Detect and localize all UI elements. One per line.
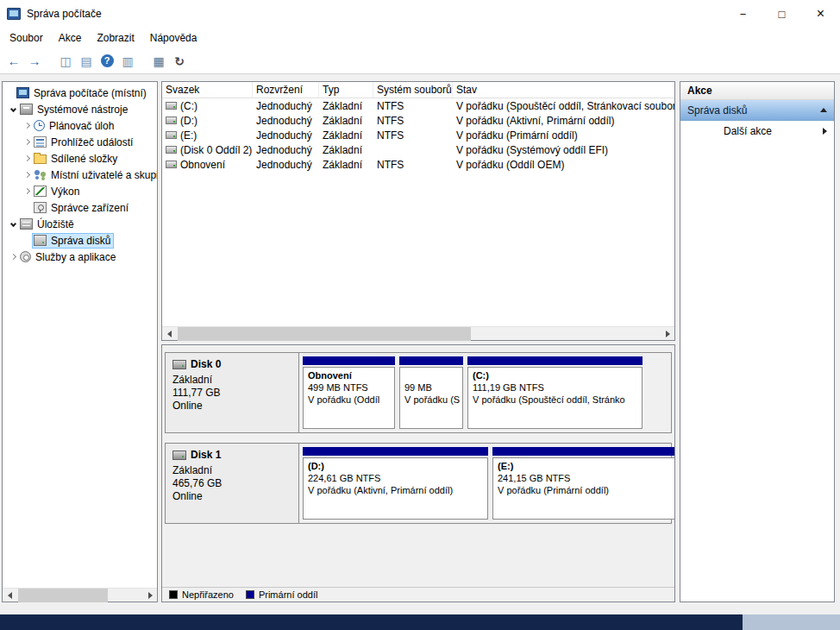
- volume-row[interactable]: (E:) Jednoduchý Základní NTFS V pořádku …: [162, 128, 674, 142]
- toolbar-icon: [122, 55, 133, 67]
- tree-item[interactable]: Úložiště: [3, 216, 157, 232]
- disk-info-box[interactable]: Disk 1 Základní 465,76 GB Online: [166, 444, 299, 523]
- properties-button[interactable]: [148, 51, 169, 72]
- menu-item[interactable]: Akce: [51, 28, 90, 47]
- actions-section-label: Správa disků: [687, 104, 747, 117]
- volume-row[interactable]: Obnovení Jednoduchý Základní NTFS V pořá…: [162, 157, 674, 172]
- tree-item[interactable]: Služby a aplikace: [3, 249, 157, 265]
- partition[interactable]: 99 MB V pořádku (S: [399, 356, 463, 429]
- forward-button[interactable]: [24, 51, 45, 72]
- scroll-left-button[interactable]: [3, 589, 16, 602]
- tree-item[interactable]: Systémové nástroje: [3, 101, 157, 117]
- refresh-button[interactable]: [169, 51, 190, 72]
- column-header[interactable]: Rozvržení: [253, 82, 319, 98]
- column-header[interactable]: Stav: [453, 82, 674, 98]
- close-button[interactable]: ×: [801, 0, 840, 28]
- scroll-thumb[interactable]: [178, 327, 471, 341]
- tree-item[interactable]: Výkon: [3, 183, 157, 199]
- tree-item-content[interactable]: Systémové nástroje: [19, 103, 130, 117]
- scroll-right-button[interactable]: [143, 589, 157, 602]
- disk-icon: [172, 360, 186, 369]
- list-horizontal-scrollbar[interactable]: [162, 326, 674, 340]
- actions-section-disk-management[interactable]: Správa disků: [680, 100, 834, 121]
- partition-size: 111,19 GB NTFS: [473, 382, 637, 394]
- expander-icon[interactable]: [22, 136, 33, 148]
- tree-item[interactable]: Správa počítače (místní): [3, 85, 157, 101]
- toolbar: [0, 48, 840, 74]
- tree-item-content[interactable]: Úložiště: [19, 217, 77, 231]
- volume-icon: [166, 161, 177, 168]
- disk-rows: Disk 0 Základní 111,77 GB Online Obnoven…: [162, 345, 674, 587]
- expander-icon[interactable]: [22, 169, 33, 180]
- partition[interactable]: (C:) 111,19 GB NTFS V pořádku (Spouštěcí…: [467, 356, 643, 429]
- disk-row: Disk 1 Základní 465,76 GB Online (D:): [165, 443, 672, 524]
- scroll-track[interactable]: [16, 589, 143, 602]
- actions-panel: Akce Správa disků Další akce: [680, 81, 835, 602]
- expander-icon[interactable]: [8, 251, 19, 262]
- tree-item-content[interactable]: Plánovač úloh: [33, 119, 116, 133]
- tree-item[interactable]: Prohlížeč událostí: [3, 134, 157, 150]
- expander-icon[interactable]: [22, 186, 33, 197]
- expander-icon[interactable]: [22, 202, 33, 213]
- tree-item-content[interactable]: Sdílené složky: [33, 152, 120, 166]
- tree-item[interactable]: Sdílené složky: [3, 150, 157, 167]
- tree-horizontal-scrollbar[interactable]: [3, 588, 157, 602]
- volume-icon: [166, 131, 177, 139]
- tree-item[interactable]: Místní uživatelé a skupiny: [3, 167, 157, 183]
- expander-icon[interactable]: [8, 104, 19, 115]
- menu-item[interactable]: Soubor: [2, 28, 51, 47]
- tree-item-content[interactable]: Správa počítače (místní): [16, 86, 149, 100]
- disk-info-box[interactable]: Disk 0 Základní 111,77 GB Online: [166, 353, 299, 432]
- expander-icon[interactable]: [22, 120, 33, 131]
- tree-item[interactable]: Správa disků: [3, 232, 157, 249]
- tree-item-content[interactable]: Správa disků: [33, 234, 113, 248]
- expander-icon[interactable]: [22, 235, 33, 246]
- more-actions-item[interactable]: Další akce: [680, 121, 834, 141]
- menu-item[interactable]: Nápověda: [142, 28, 205, 47]
- maximize-button[interactable]: □: [762, 0, 801, 28]
- partition-body[interactable]: (E:) 241,15 GB NTFS V pořádku (Primární …: [492, 457, 674, 520]
- back-button[interactable]: [3, 51, 24, 72]
- volume-row[interactable]: (Disk 0 Oddíl 2) Jednoduchý Základní V p…: [162, 142, 674, 157]
- help-button[interactable]: [97, 51, 117, 72]
- column-header[interactable]: Svazek: [162, 82, 253, 98]
- scroll-left-button[interactable]: [162, 327, 176, 341]
- volume-row[interactable]: (D:) Jednoduchý Základní NTFS V pořádku …: [162, 113, 674, 128]
- show-console-tree-button[interactable]: [55, 51, 76, 72]
- volume-row[interactable]: (C:) Jednoduchý Základní NTFS V pořádku …: [162, 98, 674, 113]
- tree-item-content[interactable]: Výkon: [33, 185, 82, 198]
- more-actions-label: Další akce: [724, 125, 772, 137]
- tree-item-content[interactable]: Prohlížeč událostí: [33, 135, 135, 149]
- export-list-button[interactable]: [76, 51, 97, 72]
- scroll-thumb[interactable]: [18, 589, 108, 602]
- tree-item-content[interactable]: Místní uživatelé a skupiny: [33, 168, 157, 182]
- volume-fs-cell: NTFS: [373, 115, 453, 127]
- expander-icon[interactable]: [8, 218, 19, 230]
- collapse-icon[interactable]: [820, 108, 827, 112]
- minimize-button[interactable]: −: [724, 0, 762, 28]
- partition[interactable]: (D:) 224,61 GB NTFS V pořádku (Aktivní, …: [303, 447, 488, 520]
- partition-body[interactable]: 99 MB V pořádku (S: [399, 367, 463, 429]
- partition-body[interactable]: (D:) 224,61 GB NTFS V pořádku (Aktivní, …: [303, 457, 488, 520]
- tree-item-icon: [20, 104, 33, 115]
- menu-item[interactable]: Zobrazit: [89, 28, 141, 47]
- scroll-right-icon: [666, 331, 670, 337]
- partition-body[interactable]: (C:) 111,19 GB NTFS V pořádku (Spouštěcí…: [467, 367, 643, 429]
- tree-item-label: Systémové nástroje: [36, 104, 128, 116]
- column-header[interactable]: Systém souborů: [373, 82, 453, 98]
- partition-body[interactable]: Obnovení 499 MB NTFS V pořádku (Oddíl: [303, 367, 395, 429]
- expander-icon[interactable]: [4, 87, 16, 98]
- tree-item[interactable]: Správce zařízení: [3, 199, 157, 216]
- partition[interactable]: Obnovení 499 MB NTFS V pořádku (Oddíl: [303, 356, 395, 429]
- tree-item-content[interactable]: Správce zařízení: [33, 201, 131, 215]
- graphical-view-panel: Disk 0 Základní 111,77 GB Online Obnoven…: [161, 344, 675, 602]
- tree-item-content[interactable]: Služby a aplikace: [19, 250, 118, 264]
- tree-item[interactable]: Plánovač úloh: [3, 117, 157, 134]
- column-header[interactable]: Typ: [319, 82, 373, 98]
- volume-name-cell: (C:): [162, 100, 253, 112]
- scroll-right-button[interactable]: [661, 327, 674, 341]
- expander-icon[interactable]: [22, 153, 33, 164]
- partition[interactable]: (E:) 241,15 GB NTFS V pořádku (Primární …: [492, 447, 674, 520]
- show-action-pane-button[interactable]: [117, 51, 138, 72]
- scroll-track[interactable]: [176, 327, 661, 341]
